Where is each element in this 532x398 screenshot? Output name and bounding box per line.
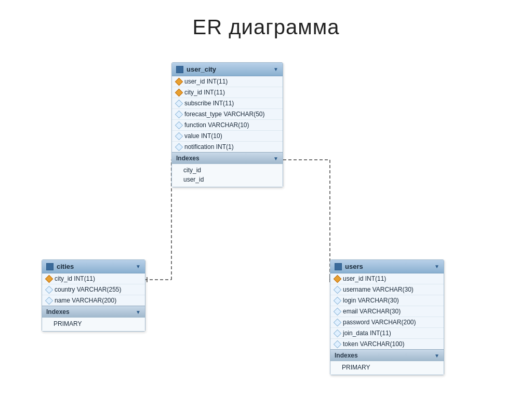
field-cities-2: name VARCHAR(200) [42,295,145,306]
field-users-4: password VARCHAR(200) [330,317,444,328]
field-users-1: username VARCHAR(30) [330,284,444,295]
fields-cities: city_id INT(11) country VARCHAR(255) nam… [42,273,145,306]
index-cities-0: PRIMARY [54,319,141,328]
field-icon-5 [175,132,183,140]
field-text-users-6: token VARCHAR(100) [343,340,405,348]
field-icon-2 [175,99,183,107]
field-icon-4 [175,121,183,129]
field-user-city-0: user_id INT(11) [172,76,283,87]
index-user-city-1: user_id [183,175,278,184]
field-text-3: forecast_type VARCHAR(50) [184,111,265,118]
dropdown-arrow-user-city[interactable]: ▼ [273,66,278,72]
field-text-users-5: join_data INT(11) [343,330,391,337]
diagram-area: user_city ▼ user_id INT(11) city_id INT(… [0,57,532,398]
table-name-users: users [345,263,431,270]
field-text-6: notification INT(1) [184,143,234,150]
field-icon-users-5 [334,329,342,337]
field-icon-6 [175,143,183,151]
indexes-body-user-city: city_id user_id [172,164,283,187]
indexes-body-cities: PRIMARY [42,318,145,331]
field-users-5: join_data INT(11) [330,328,444,339]
field-text-users-3: email VARCHAR(30) [343,308,401,315]
indexes-header-cities: Indexes ▼ [42,306,145,318]
dropdown-arrow-cities[interactable]: ▼ [136,264,141,269]
field-icon-users-1 [334,285,342,294]
field-icon-users-2 [334,296,342,305]
field-icon-cities-1 [45,285,54,294]
fields-user-city: user_id INT(11) city_id INT(11) subscrib… [172,76,283,152]
table-user-city: user_city ▼ user_id INT(11) city_id INT(… [171,62,283,187]
dropdown-arrow-users[interactable]: ▼ [434,264,440,269]
field-user-city-1: city_id INT(11) [172,87,283,98]
indexes-label-user-city: Indexes [176,155,200,162]
fields-users: user_id INT(11) username VARCHAR(30) log… [330,273,444,349]
field-users-6: token VARCHAR(100) [330,339,444,349]
field-text-2: subscribe INT(11) [184,100,234,107]
field-cities-1: country VARCHAR(255) [42,284,145,295]
table-name-user-city: user_city [187,65,270,73]
indexes-header-users: Indexes ▼ [330,349,444,361]
indexes-body-users: PRIMARY [330,361,444,375]
field-text-users-4: password VARCHAR(200) [343,319,416,326]
field-user-city-6: notification INT(1) [172,142,283,152]
indexes-header-user-city: Indexes ▼ [172,152,283,164]
field-text-cities-1: country VARCHAR(255) [55,286,121,293]
field-user-city-2: subscribe INT(11) [172,98,283,109]
indexes-dropdown-cities[interactable]: ▼ [136,309,141,315]
field-icon-cities-2 [45,296,54,305]
field-text-users-2: login VARCHAR(30) [343,297,399,304]
field-text-5: value INT(10) [184,132,222,140]
field-user-city-4: function VARCHAR(10) [172,120,283,131]
indexes-label-cities: Indexes [46,308,70,315]
field-text-1: city_id INT(11) [184,89,225,96]
table-name-cities: cities [57,263,132,270]
field-users-0: user_id INT(11) [330,273,444,284]
field-users-2: login VARCHAR(30) [330,295,444,306]
field-icon-users-4 [334,318,342,326]
table-header-user-city: user_city ▼ [172,63,283,76]
table-icon-users [335,263,342,270]
page-title: ER диаграмма [0,0,532,39]
table-header-cities: cities ▼ [42,260,145,273]
table-icon-user-city [176,66,183,73]
table-header-users: users ▼ [330,260,444,273]
field-text-0: user_id INT(11) [184,78,228,85]
field-text-4: function VARCHAR(10) [184,121,249,129]
field-user-city-3: forecast_type VARCHAR(50) [172,109,283,120]
field-users-3: email VARCHAR(30) [330,306,444,317]
table-users: users ▼ user_id INT(11) username VARCHAR… [330,259,444,375]
field-text-users-0: user_id INT(11) [343,275,386,282]
field-cities-0: city_id INT(11) [42,273,145,284]
key-icon-1 [175,88,183,97]
table-icon-cities [46,263,54,270]
index-users-0: PRIMARY [342,363,440,372]
field-icon-users-3 [334,307,342,315]
table-cities: cities ▼ city_id INT(11) country VARCHAR… [42,259,145,332]
key-icon-users-0 [334,275,342,283]
field-icon-users-6 [334,340,342,348]
field-text-users-1: username VARCHAR(30) [343,286,414,293]
key-icon-cities-0 [45,275,54,283]
field-text-cities-0: city_id INT(11) [55,275,95,282]
indexes-label-users: Indexes [335,352,358,359]
key-icon-0 [175,77,183,86]
index-user-city-0: city_id [183,166,278,175]
field-text-cities-2: name VARCHAR(200) [55,297,116,304]
field-user-city-5: value INT(10) [172,131,283,142]
field-icon-3 [175,110,183,118]
indexes-dropdown-user-city[interactable]: ▼ [273,156,278,161]
indexes-dropdown-users[interactable]: ▼ [434,353,440,359]
